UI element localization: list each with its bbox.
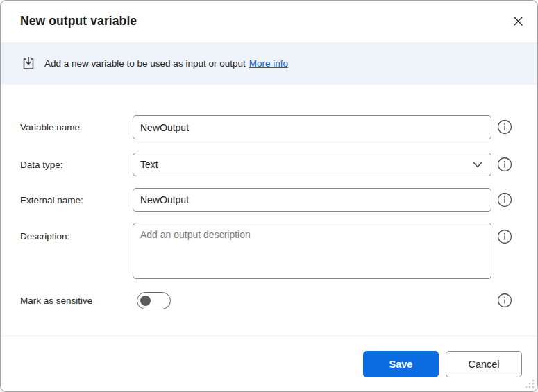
info-icon <box>497 119 512 135</box>
cancel-button[interactable]: Cancel <box>446 351 522 377</box>
output-variable-icon <box>22 56 35 71</box>
sensitive-info-button[interactable] <box>496 292 513 309</box>
data-type-info-button[interactable] <box>496 156 513 173</box>
save-button[interactable]: Save <box>363 351 439 377</box>
close-button[interactable] <box>507 10 529 32</box>
close-icon <box>513 16 523 26</box>
mark-as-sensitive-label: Mark as sensitive <box>20 296 92 306</box>
description-info-button[interactable] <box>496 228 513 245</box>
chevron-down-icon <box>473 162 482 168</box>
data-type-select[interactable]: Text <box>133 153 491 176</box>
variable-name-label: Variable name: <box>20 122 83 133</box>
description-label: Description: <box>20 231 69 241</box>
info-icon <box>497 192 512 207</box>
info-icon <box>497 293 512 308</box>
variable-name-input[interactable] <box>133 115 491 139</box>
banner-text: Add a new variable to be used as input o… <box>44 58 246 69</box>
external-name-label: External name: <box>20 195 83 205</box>
variable-name-info-button[interactable] <box>496 119 513 135</box>
external-name-info-button[interactable] <box>496 191 513 208</box>
data-type-value: Text <box>140 159 473 170</box>
page-title: New output variable <box>20 14 137 28</box>
more-info-link[interactable]: More info <box>249 58 288 69</box>
footer-separator <box>1 336 537 336</box>
resize-grip[interactable] <box>525 379 535 389</box>
info-banner: Add a new variable to be used as input o… <box>1 42 537 85</box>
toggle-knob <box>140 296 151 306</box>
sensitive-toggle[interactable] <box>137 292 171 309</box>
info-icon <box>497 157 512 172</box>
new-output-variable-dialog: New output variable Add a new variable t… <box>0 0 538 392</box>
data-type-label: Data type: <box>20 160 63 170</box>
description-textarea[interactable] <box>133 223 491 279</box>
info-icon <box>497 229 512 244</box>
external-name-input[interactable] <box>133 188 491 212</box>
